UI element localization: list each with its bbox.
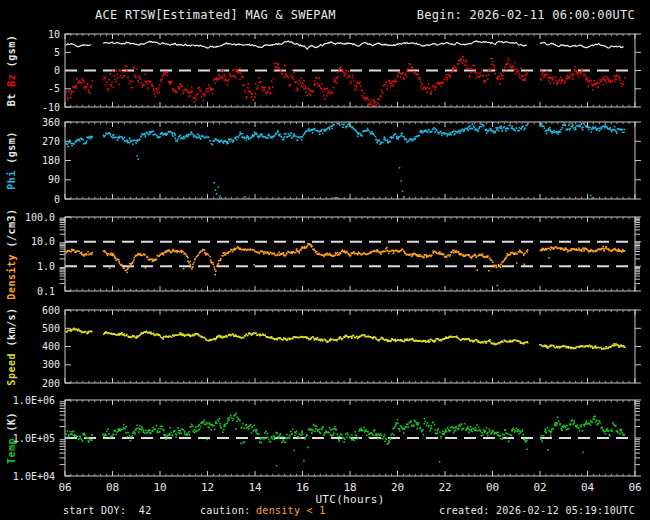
panel-temp: 1.0E+061.0E+051.0E+04Temp (K) <box>6 395 641 482</box>
y-tick-label: 1.0 <box>37 261 55 272</box>
y-tick-label: 200 <box>42 378 60 389</box>
y-tick-label: 500 <box>42 323 60 334</box>
x-major-ticks <box>65 217 635 291</box>
svg-text:Phi (gsm): Phi (gsm) <box>6 131 17 190</box>
log-minor-ticks <box>60 218 641 284</box>
plot-canvas: 1050-5-10Bt Bz (gsm)360270180900Phi (gsm… <box>0 0 650 520</box>
x-tick-label: 04 <box>581 481 595 494</box>
series-Bt <box>65 41 624 49</box>
y-tick-label: 5 <box>54 47 60 58</box>
footer-caution-label: caution: <box>200 505 251 516</box>
y-axis-label: Temp (K) <box>6 412 17 464</box>
y-tick-label: -5 <box>48 83 60 94</box>
panel-mag: 1050-5-10Bt Bz (gsm) <box>6 29 641 113</box>
footer-caution-value: density < 1 <box>256 505 326 516</box>
y-tick-label: 1.0E+05 <box>13 433 55 444</box>
svg-text:Speed (km/s): Speed (km/s) <box>6 307 17 385</box>
y-major-ticks <box>65 217 641 291</box>
y-tick-label: 0 <box>54 194 60 205</box>
y-tick-label: 90 <box>48 174 60 185</box>
panel-speed: 600500400300200Speed (km/s) <box>6 305 641 389</box>
x-tick-label: 14 <box>248 481 262 494</box>
y-tick-label: 180 <box>42 155 60 166</box>
panel-density: 100.010.01.00.1Density (/cm3) <box>6 208 641 299</box>
x-tick-label: 02 <box>533 481 546 494</box>
panel-phi: 360270180900Phi (gsm) <box>6 117 641 205</box>
svg-text:Bt Bz (gsm): Bt Bz (gsm) <box>6 35 17 107</box>
y-axis-label: Bt Bz (gsm) <box>6 35 17 107</box>
y-tick-label: 400 <box>42 341 60 352</box>
y-tick-label: 600 <box>42 305 60 316</box>
x-minor-ticks <box>71 217 629 291</box>
y-major-ticks <box>65 122 641 199</box>
footer-start-doy: start DOY: 42 <box>63 505 152 516</box>
svg-text:Temp (K): Temp (K) <box>6 412 17 464</box>
x-tick-label: 06 <box>628 481 641 494</box>
y-axis-label: Density (/cm3) <box>6 208 17 299</box>
x-tick-label: 00 <box>486 481 499 494</box>
y-tick-label: 10 <box>48 29 60 40</box>
y-tick-label: 100.0 <box>25 212 55 223</box>
x-tick-label: 06 <box>58 481 71 494</box>
y-tick-label: 10.0 <box>31 236 55 247</box>
x-tick-label: 22 <box>438 481 451 494</box>
y-tick-label: 0 <box>54 65 60 76</box>
series-Density <box>65 243 625 286</box>
panel-border <box>65 217 635 291</box>
series-Temp <box>65 413 625 467</box>
ace-rtsw-plot: ACE RTSW[Estimated] MAG & SWEPAM Begin: … <box>0 0 650 520</box>
y-tick-label: 270 <box>42 136 60 147</box>
y-tick-label: 1.0E+06 <box>13 395 55 406</box>
y-axis-label: Phi (gsm) <box>6 131 17 190</box>
footer-created-timestamp: created: 2026-02-12 05:19:10UTC <box>439 505 635 516</box>
series-Speed <box>65 327 626 349</box>
x-tick-label: 12 <box>201 481 214 494</box>
x-tick-label: 10 <box>153 481 166 494</box>
y-tick-label: 1.0E+04 <box>13 471 55 482</box>
svg-text:Density (/cm3): Density (/cm3) <box>6 208 17 299</box>
series-Phi <box>65 122 626 201</box>
y-tick-label: 0.1 <box>37 286 55 297</box>
y-tick-label: 300 <box>42 359 60 370</box>
x-tick-label: 08 <box>106 481 119 494</box>
y-tick-label: -10 <box>42 102 60 113</box>
y-tick-label: 360 <box>42 117 60 128</box>
series-Bz <box>65 56 626 107</box>
y-axis-label: Speed (km/s) <box>6 307 17 385</box>
